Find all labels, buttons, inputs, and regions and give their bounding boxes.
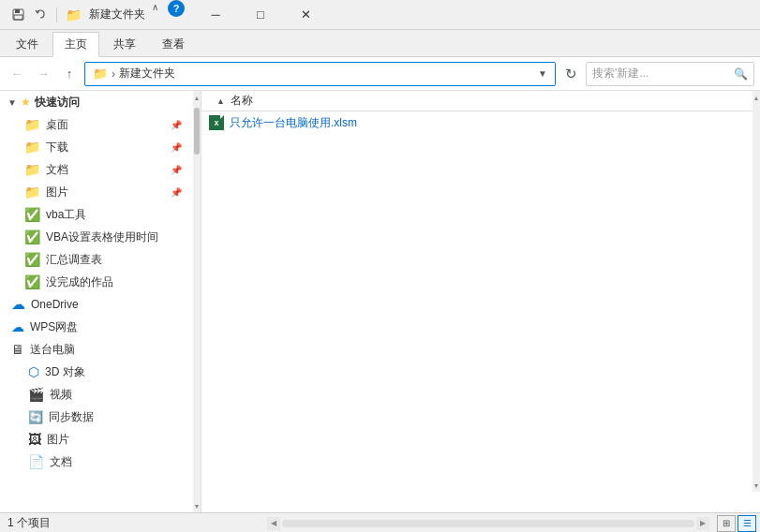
tab-view[interactable]: 查看 — [150, 32, 197, 56]
sidebar-item-downloads[interactable]: 📁 下载 📌 — [0, 136, 193, 158]
ribbon-expand-button[interactable]: ∧ — [147, 0, 162, 15]
quick-access-label: 快速访问 — [35, 95, 80, 111]
quick-access-toolbar: 📁 新建文件夹 — [7, 5, 145, 25]
sidebar-item-pictures[interactable]: 📁 图片 📌 — [0, 181, 193, 203]
sidebar-item-documents2[interactable]: 📄 文档 — [0, 451, 193, 473]
documents-folder-icon: 📁 — [24, 162, 40, 177]
sidebar-item-vba-settings[interactable]: ✅ VBA设置表格使用时间 — [0, 226, 193, 248]
sidebar-item-summary[interactable]: ✅ 汇总调查表 — [0, 248, 193, 271]
address-separator: › — [112, 67, 115, 81]
sidebar: ▼ ★ 快速访问 📁 桌面 📌 📁 下载 📌 📁 — [0, 91, 201, 512]
column-sort-icon: ▲ — [216, 96, 225, 106]
sidebar-item-documents[interactable]: 📁 文档 📌 — [0, 158, 193, 181]
file-vscroll-up[interactable]: ▲ — [753, 91, 760, 104]
column-header-name[interactable]: 名称 — [227, 93, 753, 109]
horizontal-scrollbar[interactable]: ◀ ▶ — [260, 517, 717, 530]
refresh-button[interactable]: ↻ — [559, 63, 582, 85]
pin-icon-downloads: 📌 — [171, 142, 182, 153]
svg-rect-2 — [14, 15, 22, 20]
back-button[interactable]: ← — [6, 63, 28, 85]
tab-home[interactable]: 主页 — [52, 32, 99, 57]
sidebar-item-this-pc[interactable]: 🖥 送台电脑 — [0, 338, 193, 361]
forward-button[interactable]: → — [32, 63, 54, 85]
wps-icon: ☁ — [11, 319, 24, 334]
excel-icon-label: x — [214, 118, 218, 127]
search-placeholder-text: 搜索'新建... — [592, 66, 730, 81]
maximize-button[interactable]: □ — [239, 0, 282, 30]
sidebar-item-pictures2[interactable]: 🖼 图片 — [0, 428, 193, 451]
sidebar-item-vba-tools[interactable]: ✅ vba工具 — [0, 203, 193, 226]
search-icon[interactable]: 🔍 — [734, 67, 748, 81]
view-icon-list[interactable]: ⊞ — [717, 515, 736, 532]
file-name-0: 只允许一台电脑使用.xlsm — [230, 115, 357, 131]
close-button[interactable]: ✕ — [284, 0, 327, 30]
sidebar-label-videos: 视频 — [50, 387, 72, 403]
hscroll-track[interactable] — [282, 520, 694, 527]
hscroll-left[interactable]: ◀ — [267, 517, 280, 530]
hscroll-right[interactable]: ▶ — [696, 517, 709, 530]
sidebar-label-pictures2: 图片 — [47, 432, 69, 448]
quick-access-star-icon: ★ — [21, 96, 31, 109]
sidebar-label-documents: 文档 — [46, 162, 68, 178]
sidebar-item-works[interactable]: ✅ 没完成的作品 — [0, 271, 193, 293]
sidebar-item-wps[interactable]: ☁ WPS网盘 — [0, 316, 193, 338]
sidebar-item-3d-objects[interactable]: ⬡ 3D 对象 — [0, 361, 193, 383]
vba-tools-icon: ✅ — [24, 207, 40, 222]
sidebar-label-downloads: 下载 — [46, 140, 68, 155]
window-controls: ∧ ? ─ □ ✕ — [145, 0, 327, 30]
view-toggle: ⊞ ☰ — [717, 515, 756, 532]
pictures2-icon: 🖼 — [28, 432, 41, 447]
documents2-icon: 📄 — [28, 454, 44, 469]
file-list-header: ▲ 名称 — [201, 91, 760, 111]
sidebar-label-sync: 同步数据 — [49, 409, 94, 425]
downloads-folder-icon: 📁 — [24, 140, 40, 155]
sidebar-label-documents2: 文档 — [50, 454, 72, 470]
save-toolbar-icon[interactable] — [7, 5, 28, 25]
sidebar-label-vba-settings: VBA设置表格使用时间 — [46, 229, 158, 245]
pin-icon-desktop: 📌 — [171, 120, 182, 130]
excel-file-icon: x — [209, 115, 224, 130]
address-bar-area: ← → ↑ 📁 › 新建文件夹 ▼ ↻ 搜索'新建... 🔍 — [0, 57, 760, 91]
up-button[interactable]: ↑ — [58, 63, 81, 85]
search-bar[interactable]: 搜索'新建... 🔍 — [586, 62, 754, 86]
vba-settings-icon: ✅ — [24, 229, 40, 244]
sidebar-scroll-thumb[interactable] — [194, 108, 200, 155]
tab-file[interactable]: 文件 — [4, 32, 51, 56]
sidebar-content: ▼ ★ 快速访问 📁 桌面 📌 📁 下载 📌 📁 — [0, 91, 193, 512]
tab-share[interactable]: 共享 — [101, 32, 148, 56]
view-icon-detail[interactable]: ☰ — [738, 515, 756, 532]
file-list-vscroll[interactable]: ▲ ▼ — [753, 91, 760, 492]
folder-address-icon: 📁 — [93, 66, 108, 81]
sidebar-item-onedrive[interactable]: ☁ OneDrive — [0, 293, 193, 316]
sidebar-item-sync[interactable]: 🔄 同步数据 — [0, 406, 193, 428]
sidebar-label-works: 没完成的作品 — [46, 274, 113, 290]
onedrive-icon: ☁ — [11, 296, 25, 313]
undo-toolbar-icon[interactable] — [30, 5, 51, 25]
sidebar-item-videos[interactable]: 🎬 视频 — [0, 383, 193, 406]
address-dropdown-icon[interactable]: ▼ — [538, 68, 547, 79]
minimize-button[interactable]: ─ — [194, 0, 237, 30]
file-list: ▲ 名称 x 只允许一台电脑使用.xlsm ▲ ▼ — [201, 91, 760, 512]
quick-access-header[interactable]: ▼ ★ 快速访问 — [0, 91, 193, 113]
file-vscroll-down[interactable]: ▼ — [753, 479, 760, 492]
address-path: 新建文件夹 — [119, 66, 175, 81]
sidebar-label-this-pc: 送台电脑 — [30, 342, 75, 358]
sidebar-scroll-up[interactable]: ▲ — [193, 91, 201, 104]
desktop-folder-icon: 📁 — [24, 117, 40, 132]
videos-icon: 🎬 — [28, 387, 44, 402]
sidebar-label-summary: 汇总调查表 — [46, 252, 102, 268]
sidebar-scrollbar[interactable]: ▲ ▼ — [193, 91, 201, 512]
sync-icon: 🔄 — [28, 410, 43, 424]
3d-objects-icon: ⬡ — [28, 364, 39, 379]
sidebar-scroll-down[interactable]: ▼ — [193, 499, 201, 512]
sidebar-label-wps: WPS网盘 — [30, 319, 78, 335]
sidebar-label-desktop: 桌面 — [46, 117, 68, 133]
this-pc-icon: 🖥 — [11, 342, 24, 357]
sidebar-item-desktop[interactable]: 📁 桌面 📌 — [0, 113, 193, 136]
address-bar[interactable]: 📁 › 新建文件夹 ▼ — [84, 62, 556, 86]
file-item-0[interactable]: x 只允许一台电脑使用.xlsm — [201, 111, 760, 134]
status-count: 1 个项目 — [0, 515, 58, 531]
sidebar-label-vba-tools: vba工具 — [46, 207, 86, 223]
help-icon[interactable]: ? — [168, 0, 185, 17]
pin-icon-pictures: 📌 — [171, 187, 182, 198]
